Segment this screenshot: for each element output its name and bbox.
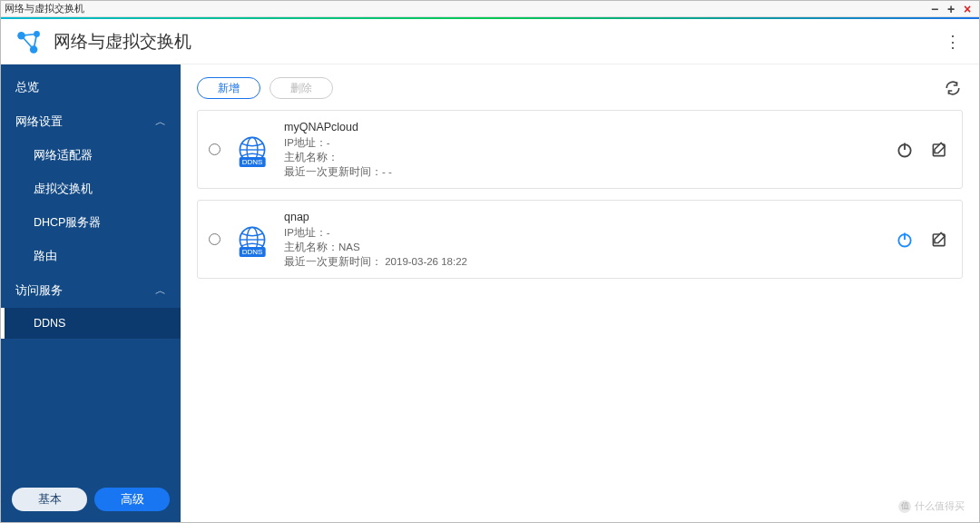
sidebar-item-ddns[interactable]: DDNS xyxy=(1,308,181,339)
ddns-service-card: DDNS qnap IP地址：- 主机名称：NAS 最近一次更新时间： 2019… xyxy=(197,200,963,279)
power-icon[interactable] xyxy=(895,230,915,250)
sidebar-group-network-settings[interactable]: 网络设置 ︿ xyxy=(1,104,181,139)
ddns-service-card: DDNS myQNAPcloud IP地址：- 主机名称： 最近一次更新时间：-… xyxy=(197,110,963,189)
service-info: myQNAPcloud IP地址：- 主机名称： 最近一次更新时间：- - xyxy=(284,120,882,179)
app-header: 网络与虚拟交换机 ⋮ xyxy=(1,19,979,64)
service-ip: IP地址：- xyxy=(284,135,882,150)
sidebar-item-overview[interactable]: 总览 xyxy=(1,70,181,104)
add-button[interactable]: 新增 xyxy=(197,77,260,99)
sidebar-item-dhcp-server[interactable]: DHCP服务器 xyxy=(1,206,181,240)
app-logo-icon xyxy=(14,26,44,57)
service-radio[interactable] xyxy=(209,233,220,245)
service-radio[interactable] xyxy=(209,143,220,155)
window-maximize-icon[interactable]: + xyxy=(943,2,959,16)
delete-button-label: 删除 xyxy=(290,81,312,96)
sidebar-item-label: 网络设置 xyxy=(15,113,63,130)
edit-icon[interactable] xyxy=(929,230,949,250)
service-name: qnap xyxy=(284,210,882,224)
window-close-icon[interactable]: × xyxy=(959,2,975,16)
sidebar-item-virtual-switch[interactable]: 虚拟交换机 xyxy=(1,173,181,206)
sidebar: 总览 网络设置 ︿ 网络适配器 虚拟交换机 DHCP服务器 路由 xyxy=(1,64,181,522)
delete-button[interactable]: 删除 xyxy=(270,77,333,99)
content-area: 新增 删除 xyxy=(181,64,979,522)
ddns-badge: DDNS xyxy=(240,157,266,167)
sidebar-item-label: DDNS xyxy=(34,317,65,330)
watermark: 值 什么值得买 xyxy=(898,499,965,513)
mode-advanced-label: 高级 xyxy=(121,492,144,508)
sidebar-group-access-services[interactable]: 访问服务 ︿ xyxy=(1,273,181,308)
add-button-label: 新增 xyxy=(218,81,240,96)
toolbar: 新增 删除 xyxy=(197,77,963,99)
sidebar-item-label: 总览 xyxy=(15,79,39,95)
mode-basic-button[interactable]: 基本 xyxy=(12,488,87,511)
mode-advanced-button[interactable]: 高级 xyxy=(94,488,170,511)
window-title: 网络与虚拟交换机 xyxy=(5,2,926,15)
service-info: qnap IP地址：- 主机名称：NAS 最近一次更新时间： 2019-03-2… xyxy=(284,210,882,269)
window-minimize-icon[interactable]: − xyxy=(926,2,943,16)
sidebar-item-routing[interactable]: 路由 xyxy=(1,240,181,273)
app-title: 网络与虚拟交换机 xyxy=(54,30,191,54)
more-menu-icon[interactable]: ⋮ xyxy=(937,28,966,55)
watermark-text: 什么值得买 xyxy=(915,499,965,513)
sidebar-mode-toggle: 基本 高级 xyxy=(1,479,181,522)
sidebar-item-label: 网络适配器 xyxy=(34,148,93,163)
service-last-update: 最近一次更新时间：- - xyxy=(284,164,882,179)
watermark-icon: 值 xyxy=(898,500,911,513)
refresh-icon[interactable] xyxy=(943,78,963,98)
ddns-badge: DDNS xyxy=(240,247,266,257)
service-ip: IP地址：- xyxy=(284,225,882,240)
sidebar-item-label: DHCP服务器 xyxy=(34,215,101,231)
sidebar-item-label: 路由 xyxy=(34,249,57,264)
chevron-up-icon: ︿ xyxy=(155,283,166,299)
service-name: myQNAPcloud xyxy=(284,120,882,134)
service-host: 主机名称：NAS xyxy=(284,240,882,254)
service-last-update: 最近一次更新时间： 2019-03-26 18:22 xyxy=(284,254,882,269)
mode-basic-label: 基本 xyxy=(38,492,62,508)
sidebar-item-label: 虚拟交换机 xyxy=(34,182,93,197)
svg-line-4 xyxy=(22,35,34,49)
service-host: 主机名称： xyxy=(284,150,882,164)
ddns-icon: DDNS xyxy=(233,221,271,259)
chevron-up-icon: ︿ xyxy=(155,114,166,130)
ddns-icon: DDNS xyxy=(233,131,271,169)
edit-icon[interactable] xyxy=(929,140,949,160)
window-titlebar: 网络与虚拟交换机 − + × xyxy=(1,1,979,17)
sidebar-item-network-adapter[interactable]: 网络适配器 xyxy=(1,139,181,173)
sidebar-item-label: 访问服务 xyxy=(15,282,63,299)
power-icon[interactable] xyxy=(895,140,915,160)
